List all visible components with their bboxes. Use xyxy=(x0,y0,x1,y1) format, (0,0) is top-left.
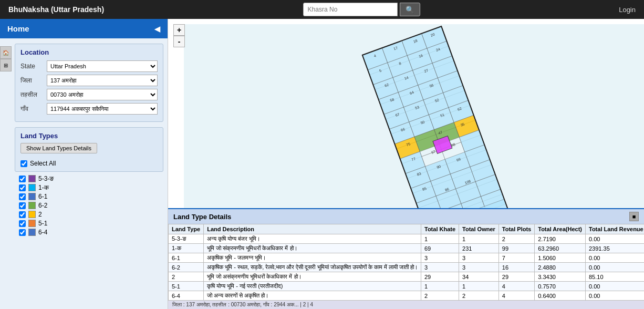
col-total-plots: Total Plots xyxy=(498,224,534,234)
search-input[interactable] xyxy=(303,3,398,16)
main-container: 🏠 ⊞ Home ◀ Location State Uttar Pradesh … xyxy=(0,19,644,309)
status-bar: जिला : 137 अमरोहा, तहसील : 00730 अमरोहा,… xyxy=(168,301,644,309)
tehsil-row: तहसील 00730 अमरोहा xyxy=(20,89,158,100)
checkbox-label-5-3-ङ: 5-3-ङ xyxy=(38,175,54,182)
tehsil-label: तहसील xyxy=(20,91,47,98)
table-row: 1-क भूमि जो संक्रमणीय भूमिधरों केअधिकार … xyxy=(169,244,645,253)
col-total-revenue: Total Land Revenue xyxy=(586,224,645,234)
table-row: 2 भूमि जो असंक्रमणीय भूमिधरों केअधिकार म… xyxy=(169,272,645,282)
list-item: 6-1 xyxy=(19,193,168,200)
cell-owner: 231 xyxy=(459,244,499,253)
color-swatch-6-1 xyxy=(28,193,36,200)
cell-desc: भूमि जो असंक्रमणीय भूमिधरों केअधिकार में… xyxy=(204,272,421,282)
cell-area: 63.2960 xyxy=(535,244,586,253)
col-total-khate: Total Khate xyxy=(421,224,459,234)
table-row: 6-1 अकृषिक भूमि - जलमग्न भूमि। 3 3 7 1.5… xyxy=(169,253,645,263)
sidebar: 🏠 ⊞ Home ◀ Location State Uttar Pradesh … xyxy=(0,19,168,309)
col-land-desc: Land Description xyxy=(204,224,421,234)
ltd-header: Land Type Details ■ xyxy=(168,209,644,224)
tehsil-select[interactable]: 00730 अमरोहा xyxy=(47,89,158,100)
show-land-types-details-button[interactable]: Show Land Types Details xyxy=(20,143,97,153)
cell-revenue: 2391.35 xyxy=(586,244,645,253)
list-item: 2 xyxy=(19,211,168,218)
table-row: 5-3-ङ अन्य कृषि योग्य बंजर भूमि। 1 1 2 2… xyxy=(169,234,645,244)
cell-owner: 1 xyxy=(459,234,499,244)
cell-khate: 3 xyxy=(421,253,459,263)
cell-owner: 3 xyxy=(459,253,499,263)
cell-type: 1-क xyxy=(169,244,204,253)
cell-khate: 3 xyxy=(421,263,459,272)
ltd-close-button[interactable]: ■ xyxy=(629,212,639,221)
checkbox-5-3-ङ[interactable] xyxy=(19,176,26,182)
checkbox-6-4[interactable] xyxy=(19,229,26,236)
ltd-title: Land Type Details xyxy=(173,213,231,221)
cell-area: 0.7570 xyxy=(535,282,586,291)
cell-owner: 2 xyxy=(459,291,499,301)
cell-revenue: 0.00 xyxy=(586,291,645,301)
color-swatch-5-3-ङ xyxy=(28,175,36,182)
checkbox-5-1[interactable] xyxy=(19,220,26,227)
zoom-in-button[interactable]: + xyxy=(173,24,185,36)
zila-select[interactable]: 137 अमरोहा xyxy=(47,75,158,86)
color-swatch-6-2 xyxy=(28,202,36,209)
checkbox-label-5-1: 5-1 xyxy=(38,220,47,227)
map-area: + - xyxy=(168,19,644,309)
checkbox-label-6-2: 6-2 xyxy=(38,202,47,209)
zila-row: जिला 137 अमरोहा xyxy=(20,75,158,86)
cell-plots: 4 xyxy=(498,282,534,291)
sidebar-icon-home[interactable]: 🏠 xyxy=(0,46,12,59)
table-row: 6-4 जो अन्य कारणों से अकृषित हो। 2 2 4 0… xyxy=(169,291,645,301)
land-types-title: Land Types xyxy=(20,132,158,140)
land-type-table: Land Type Land Description Total Khate T… xyxy=(168,224,644,301)
login-link[interactable]: Login xyxy=(619,6,636,14)
select-all-checkbox[interactable] xyxy=(20,160,27,167)
table-row: 6-2 अकृषिक भूमि - स्थल, सड़कें, रेलवे,भव… xyxy=(169,263,645,272)
cell-revenue: 85.10 xyxy=(586,272,645,282)
list-item: 5-3-ङ xyxy=(19,175,168,182)
checkbox-label-2: 2 xyxy=(38,211,42,218)
checkbox-6-2[interactable] xyxy=(19,202,26,209)
table-row: 5-1 कृषि योग्य भूमि - नई परती (परतीजदीद)… xyxy=(169,282,645,291)
cell-plots: 16 xyxy=(498,263,534,272)
zoom-out-button[interactable]: - xyxy=(173,36,185,47)
sidebar-icons: 🏠 ⊞ xyxy=(0,46,12,71)
checkbox-label-6-1: 6-1 xyxy=(38,193,47,200)
checkbox-1-क[interactable] xyxy=(19,184,26,191)
sidebar-header[interactable]: Home ◀ xyxy=(0,19,168,38)
cell-desc: जो अन्य कारणों से अकृषित हो। xyxy=(204,291,421,301)
cell-khate: 1 xyxy=(421,282,459,291)
cell-area: 3.3430 xyxy=(535,272,586,282)
location-title: Location xyxy=(20,48,158,56)
checkbox-label-6-4: 6-4 xyxy=(38,229,47,236)
state-select[interactable]: Uttar Pradesh xyxy=(47,60,158,72)
sidebar-icon-layers[interactable]: ⊞ xyxy=(0,59,12,71)
gaon-label: गाँव xyxy=(20,105,47,112)
land-type-details-panel: Land Type Details ■ Land Type Land Descr… xyxy=(168,208,644,309)
cell-type: 6-1 xyxy=(169,253,204,263)
cell-plots: 2 xyxy=(498,234,534,244)
cell-revenue: 0.00 xyxy=(586,253,645,263)
col-total-area: Total Area(Hect) xyxy=(535,224,586,234)
col-land-type: Land Type xyxy=(169,224,204,234)
search-button[interactable]: 🔍 xyxy=(400,3,420,16)
cell-plots: 4 xyxy=(498,291,534,301)
cell-plots: 99 xyxy=(498,244,534,253)
list-item: 6-4 xyxy=(19,229,168,236)
cell-desc: अन्य कृषि योग्य बंजर भूमि। xyxy=(204,234,421,244)
gaon-select[interactable]: 117944 अकबरपुर सकैनिया xyxy=(47,103,158,115)
cell-plots: 7 xyxy=(498,253,534,263)
cell-area: 2.7190 xyxy=(535,234,586,244)
checkbox-6-1[interactable] xyxy=(19,193,26,200)
checkbox-2[interactable] xyxy=(19,211,26,218)
cell-owner: 1 xyxy=(459,282,499,291)
cell-area: 1.5060 xyxy=(535,253,586,263)
cell-revenue: 0.00 xyxy=(586,263,645,272)
cell-desc: अकृषिक भूमि - जलमग्न भूमि। xyxy=(204,253,421,263)
color-swatch-1-क xyxy=(28,184,36,191)
location-section: Location State Uttar Pradesh जिला 137 अम… xyxy=(15,44,163,122)
zila-label: जिला xyxy=(20,77,47,84)
checkbox-list: Select All xyxy=(20,160,158,167)
sidebar-arrow-icon: ◀ xyxy=(154,25,160,33)
cell-khate: 29 xyxy=(421,272,459,282)
cell-desc: अकृषिक भूमि - स्थल, सड़कें, रेलवे,भवन और… xyxy=(204,263,421,272)
